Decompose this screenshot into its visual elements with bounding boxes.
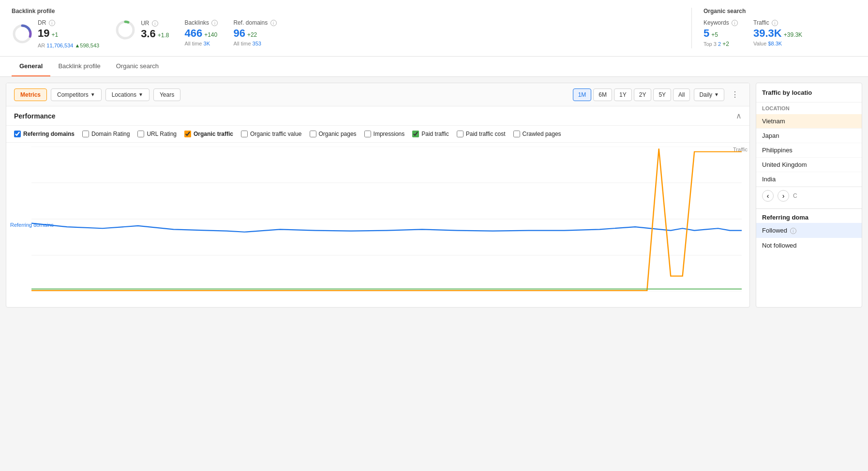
cb-organic-traffic-input[interactable] [184,131,191,137]
cb-domain-rating-input[interactable] [82,131,89,137]
tab-backlink-profile[interactable]: Backlink profile [50,57,108,76]
cb-paid-traffic-cost-input[interactable] [457,131,464,137]
ar-row: AR 11,706,534 ▲598,543 [38,43,99,48]
competitors-chevron: ▼ [90,92,95,97]
cb-organic-traffic-value-input[interactable] [241,131,248,137]
keywords-value: 5 [703,27,709,40]
backlinks-label: Backlinks [184,19,209,26]
cb-referring-domains-input[interactable] [14,131,21,137]
cb-organic-traffic-value[interactable]: Organic traffic value [241,131,302,137]
time-all-button[interactable]: All [673,88,690,101]
chart-svg: 100 75 50 25 0 40K 30K 20K 10K 0 4 Jul [31,147,742,292]
dr-metric: DR i 19 +1 AR 11,706,534 ▲598,543 [12,19,99,48]
traffic-delta: +39.3K [784,31,802,38]
ur-label: UR [141,20,149,27]
followed-item[interactable]: Followed i [756,223,862,238]
not-followed-label: Not followed [762,242,797,249]
cb-domain-rating-label: Domain Rating [91,131,130,137]
cb-organic-traffic-value-label: Organic traffic value [250,131,302,137]
dr-label: DR [38,19,46,26]
more-options-button[interactable]: ⋮ [728,88,742,101]
keywords-metric: Keywords i 5 +5 Top 3 2 +2 [703,19,738,47]
time-1y-button[interactable]: 1Y [614,88,632,101]
keywords-info-icon[interactable]: i [732,20,738,26]
chart-panel: Metrics Competitors ▼ Locations ▼ Years … [6,83,750,308]
backlink-metrics-row: DR i 19 +1 AR 11,706,534 ▲598,543 [12,19,680,48]
cb-url-rating[interactable]: URL Rating [137,131,177,137]
cb-impressions-label: Impressions [374,131,405,137]
cb-domain-rating[interactable]: Domain Rating [82,131,130,137]
ar-delta: ▲598,543 [75,43,99,48]
ur-metric: UR i 3.6 +1.8 [115,19,169,41]
backlink-profile-title: Backlink profile [12,8,680,15]
cb-paid-traffic[interactable]: Paid traffic [412,131,449,137]
cb-paid-traffic-cost[interactable]: Paid traffic cost [457,131,506,137]
location-next-button[interactable]: › [778,190,789,202]
traffic-label: Traffic [753,19,769,26]
ref-domains-section: Referring doma Followed i Not followed [756,208,862,253]
keywords-delta: +5 [711,31,718,38]
time-2y-button[interactable]: 2Y [634,88,652,101]
cb-organic-pages[interactable]: Organic pages [310,131,357,137]
chart-area: Referring domains Traffic 100 75 50 25 0… [6,143,749,307]
ref-domains-label: Ref. domains [233,19,268,26]
time-button-group: 1M 6M 1Y 2Y 5Y All [573,88,690,101]
traffic-info-icon[interactable]: i [772,20,778,26]
checkbox-row: Referring domains Domain Rating URL Rati… [6,126,749,143]
backlink-section: Backlink profile DR i 19 [12,8,692,48]
ur-donut [115,19,136,41]
performance-title: Performance [14,112,56,120]
dr-values: DR i 19 +1 AR 11,706,534 ▲598,543 [38,19,99,48]
ur-values: UR i 3.6 +1.8 [141,20,169,40]
location-header: Location [756,103,862,114]
cb-referring-domains[interactable]: Referring domains [14,131,75,137]
cb-url-rating-input[interactable] [137,131,144,137]
performance-header: Performance ∧ [6,106,749,126]
location-item-uk[interactable]: United Kingdom [756,158,862,172]
ref-domains-value: 96 [233,27,245,40]
daily-button[interactable]: Daily ▼ [694,88,724,101]
location-item-japan[interactable]: Japan [756,129,862,143]
location-item-vietnam[interactable]: Vietnam [756,114,862,129]
keywords-label: Keywords [703,19,729,26]
location-prev-button[interactable]: ‹ [762,190,774,202]
cb-organic-pages-input[interactable] [310,131,316,137]
performance-collapse-button[interactable]: ∧ [736,111,742,120]
cb-organic-traffic-label: Organic traffic [194,131,233,137]
tab-bar: General Backlink profile Organic search [0,57,868,77]
cb-organic-traffic[interactable]: Organic traffic [184,131,233,137]
dr-info-icon[interactable]: i [49,20,55,26]
tab-organic-search[interactable]: Organic search [108,57,166,76]
followed-info-icon[interactable]: i [790,228,796,234]
top-panel: Backlink profile DR i 19 [0,0,868,57]
svg-point-3 [117,22,134,38]
cb-impressions[interactable]: Impressions [364,131,405,137]
dr-delta: +1 [51,31,58,38]
metrics-button[interactable]: Metrics [14,88,47,101]
cb-paid-traffic-input[interactable] [412,131,419,137]
ref-domains-info-icon[interactable]: i [270,20,277,26]
backlinks-info-icon[interactable]: i [211,20,218,26]
competitors-button[interactable]: Competitors ▼ [51,88,102,101]
location-item-india[interactable]: India [756,172,862,187]
time-5y-button[interactable]: 5Y [653,88,671,101]
traffic-value-sub: Value $8.3K [753,41,802,46]
cb-crawled-pages[interactable]: Crawled pages [513,131,561,137]
right-panel: Traffic by locatio Location Vietnam Japa… [756,83,862,308]
time-6m-button[interactable]: 6M [593,88,612,101]
time-1m-button[interactable]: 1M [573,88,592,101]
location-item-philippines[interactable]: Philippines [756,143,862,158]
ref-domains-section-title: Referring doma [756,209,862,223]
tab-general[interactable]: General [12,57,50,76]
organic-section: Organic search Keywords i 5 +5 Top 3 2 +… [692,8,856,48]
locations-button[interactable]: Locations ▼ [105,88,150,101]
cb-impressions-input[interactable] [364,131,371,137]
cb-paid-traffic-label: Paid traffic [421,131,449,137]
cb-organic-pages-label: Organic pages [319,131,357,137]
ref-domains-metric: Ref. domains i 96 +22 All time 353 [233,19,276,46]
cb-crawled-pages-input[interactable] [513,131,520,137]
ur-info-icon[interactable]: i [152,20,158,27]
years-button[interactable]: Years [153,88,180,101]
ref-domains-delta: +22 [247,31,257,38]
not-followed-item[interactable]: Not followed [756,238,862,253]
